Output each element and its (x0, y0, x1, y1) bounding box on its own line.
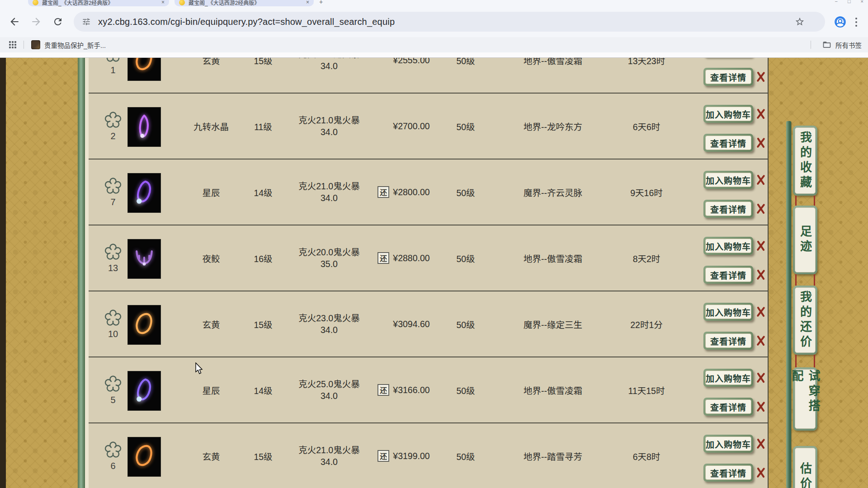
sidebar-button-3[interactable]: 我的还价 (793, 286, 817, 355)
url-bar[interactable]: xy2.cbg.163.com/cgi-bin/equipquery.py?ac… (74, 12, 825, 32)
time-remaining: 6天6时 (618, 94, 675, 159)
browser-menu-icon[interactable] (851, 16, 862, 28)
red-x-mark (755, 335, 766, 347)
equip-list-table: 1 玄黄 15级 克火21.0鬼火暴34.0 还 ¥2555.00 50级 地界… (89, 58, 769, 488)
favorite-star-icon[interactable] (104, 111, 122, 130)
favorite-count: 7 (110, 197, 115, 207)
apps-grid-icon[interactable] (9, 41, 16, 48)
sidebar-red-connector (795, 196, 815, 206)
favorite-star-icon[interactable] (104, 58, 122, 64)
item-attributes: 克火21.0鬼火暴34.0 (290, 58, 368, 93)
favorite-star-icon[interactable] (104, 441, 122, 460)
divider (811, 41, 811, 49)
sidebar-rod (786, 121, 791, 488)
price-value: ¥3094.60 (393, 319, 429, 329)
item-image[interactable] (127, 107, 161, 147)
sidebar-button-1[interactable]: 我的收藏 (793, 126, 817, 196)
site-settings-icon[interactable] (82, 17, 91, 26)
item-image[interactable] (127, 58, 161, 81)
bargain-badge: 还 (377, 450, 389, 462)
price-value: ¥2555.00 (393, 58, 429, 66)
add-to-cart-button[interactable]: 加入购物车 (703, 237, 753, 255)
time-remaining: 11天15时 (618, 357, 675, 422)
time-remaining: 8天2时 (618, 225, 675, 291)
bookmark-star-icon[interactable] (795, 17, 805, 28)
forward-icon[interactable] (29, 14, 43, 29)
sidebar-button-4[interactable]: 试穿搭配 (793, 367, 817, 431)
required-level: 50级 (443, 160, 488, 225)
item-image[interactable] (127, 239, 161, 279)
item-level: 15级 (241, 291, 286, 357)
server-name: 魔界--缘定三生 (488, 291, 618, 357)
window-minimize-button[interactable]: − (835, 0, 837, 4)
item-image[interactable] (127, 371, 161, 411)
bookmark-favicon (31, 40, 40, 49)
bookmark-item[interactable]: 贵重物品保护_新手... (44, 40, 106, 50)
add-to-cart-button[interactable]: 加入购物车 (703, 369, 753, 387)
server-name: 魔界--齐云灵脉 (488, 160, 618, 225)
item-level: 14级 (241, 160, 286, 225)
item-attributes: 克火25.0鬼火暴34.0 (290, 357, 368, 422)
item-image[interactable] (127, 437, 161, 477)
profile-avatar-icon[interactable] (834, 16, 846, 30)
server-name: 地界--龙吟东方 (488, 94, 618, 159)
item-image[interactable] (127, 173, 161, 213)
browser-tab-1[interactable]: 藏宝阁_《大话西游2经典版》 × (28, 0, 169, 6)
url-text[interactable]: xy2.cbg.163.com/cgi-bin/equipquery.py?ac… (98, 17, 395, 27)
price-cell: 还 ¥2700.00 (368, 94, 440, 159)
red-x-mark (755, 467, 766, 479)
table-row: 2 九转水晶 11级 克火21.0鬼火暴34.0 还 ¥2700.00 50级 … (89, 94, 768, 160)
required-level: 50级 (443, 357, 488, 422)
table-row: 6 玄黄 15级 克火21.0鬼火暴34.0 还 ¥3199.00 50级 地界… (89, 423, 768, 488)
favorite-star-icon[interactable] (104, 243, 122, 262)
bargain-badge: 还 (377, 252, 389, 264)
view-details-button[interactable]: 查看详情 (703, 398, 753, 416)
bargain-badge: 还 (377, 186, 389, 198)
tab-close-icon[interactable]: × (161, 0, 165, 5)
view-details-button[interactable]: 查看详情 (703, 134, 753, 152)
view-details-button[interactable]: 查看详情 (703, 464, 753, 482)
window-close-button[interactable]: × (861, 0, 863, 4)
view-details-button[interactable]: 查看详情 (703, 266, 753, 284)
table-row: 1 玄黄 15级 克火21.0鬼火暴34.0 还 ¥2555.00 50级 地界… (89, 58, 768, 94)
item-level: 11级 (241, 94, 286, 159)
favorite-star-icon[interactable] (104, 309, 122, 328)
favorite-count: 2 (110, 131, 115, 141)
table-row: 13 夜鲛 16级 克火20.0鬼火暴35.0 还 ¥2880.00 50级 地… (89, 225, 768, 291)
new-tab-button[interactable]: + (319, 0, 323, 5)
red-x-mark (755, 71, 766, 83)
browser-tab-strip: 藏宝阁_《大话西游2经典版》 × 藏宝阁_《大话西游2经典版》 × + − □ … (0, 0, 868, 6)
add-to-cart-button[interactable]: 加入购物车 (703, 105, 753, 123)
back-icon[interactable] (7, 14, 22, 29)
red-x-mark (755, 174, 766, 186)
favorite-star-icon[interactable] (104, 177, 122, 196)
price-value: ¥3166.00 (393, 385, 429, 395)
refresh-icon[interactable] (51, 14, 65, 29)
add-to-cart-button[interactable]: 加入购物车 (703, 303, 753, 321)
view-details-button[interactable]: 查看详情 (703, 332, 753, 350)
window-maximize-button[interactable]: □ (848, 0, 851, 4)
browser-tab-2[interactable]: 藏宝阁_《大话西游2经典版》 × (175, 0, 314, 6)
table-row: 7 星辰 14级 克火21.0鬼火暴34.0 还 ¥2800.00 50级 魔界… (89, 160, 768, 225)
sidebar-button-5[interactable]: 估价鉴 (793, 446, 817, 488)
red-x-mark (755, 108, 766, 120)
server-name: 地界--傲雪凌霜 (488, 58, 618, 93)
server-name: 地界--傲雪凌霜 (488, 357, 618, 422)
all-bookmarks-button[interactable]: 所有书签 (835, 40, 862, 50)
left-green-frame (78, 58, 85, 488)
price-cell: 还 ¥2555.00 (368, 58, 440, 93)
item-image[interactable] (127, 305, 161, 345)
add-to-cart-button[interactable]: 加入购物车 (703, 435, 753, 453)
tab-close-icon[interactable]: × (306, 0, 309, 5)
add-to-cart-button[interactable]: 加入购物车 (703, 171, 753, 189)
favorite-star-icon[interactable] (104, 375, 122, 394)
red-x-mark (755, 306, 766, 318)
required-level: 50级 (443, 291, 488, 357)
view-details-button[interactable]: 查看详情 (703, 68, 753, 86)
sidebar-button-2[interactable]: 足迹 (793, 206, 817, 274)
required-level: 50级 (443, 225, 488, 291)
view-details-button[interactable]: 查看详情 (703, 200, 753, 218)
price-cell: 还 ¥2880.00 (368, 225, 440, 291)
item-name: 玄黄 (175, 291, 247, 357)
bookmarks-bar: 贵重物品保护_新手... 所有书签 (0, 37, 868, 52)
